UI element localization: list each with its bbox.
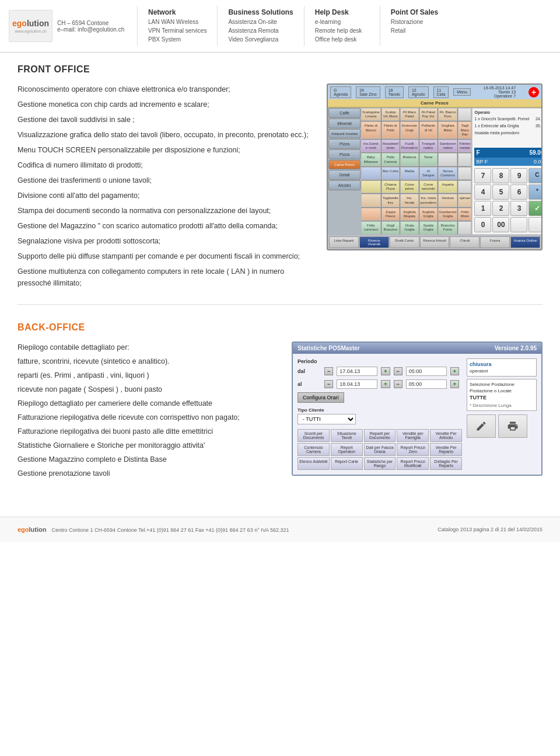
pos-num-confirm[interactable]: ✓	[528, 201, 542, 216]
pos-item-26[interactable]: Ben Cotta	[382, 167, 400, 180]
pos-item-42[interactable]: spinaci	[458, 194, 471, 207]
pos-num-1[interactable]: 1	[474, 201, 491, 216]
bo-to-time-plus[interactable]: +	[450, 380, 459, 388]
pos-item-38[interactable]: Tagliatelle frec	[382, 194, 400, 207]
pos-item-14[interactable]: Roastbeef tartar	[382, 140, 400, 152]
bo-to-minus[interactable]: −	[324, 380, 333, 388]
pos-btn-dividi[interactable]: Dividi Conto	[390, 236, 419, 248]
pos-cat-carne[interactable]: Carne Pesce	[328, 160, 360, 169]
pos-item-5[interactable]: Flt. Bianco Puro	[438, 108, 458, 121]
pos-cat-pizza2[interactable]: Pizza	[328, 149, 360, 159]
pos-item-10[interactable]: Polllarde di Vit	[419, 121, 438, 139]
pos-item-51[interactable]: Orata Griglia	[400, 221, 419, 234]
pos-item-8[interactable]: Filetto di Pollo	[382, 121, 400, 139]
pos-num-4[interactable]: 4	[474, 184, 491, 200]
pos-cat-pizza[interactable]: Pizza	[328, 139, 360, 149]
pos-item-43[interactable]	[361, 208, 381, 221]
pos-item-40[interactable]: Ins. mista pomodoro	[419, 194, 438, 207]
bo-btn-report-mod[interactable]: Report Prezzi Modificati	[397, 457, 429, 470]
pos-item-39[interactable]: Ins. Vende	[400, 194, 419, 207]
pos-item-6[interactable]	[458, 108, 471, 121]
pos-num-6[interactable]: 6	[510, 184, 527, 200]
pos-num-star[interactable]: *	[528, 184, 542, 200]
bo-from-date[interactable]: 17.04.13	[337, 367, 377, 376]
pos-cat-alcolici[interactable]: Alcolici	[328, 180, 360, 190]
bo-btn-dettaglio[interactable]: Dettaglio Per Reparto	[430, 457, 462, 470]
pos-cat-minerali[interactable]: Minerali	[328, 119, 360, 128]
pos-item-4[interactable]: Flt Paled Pop Vor	[419, 108, 438, 121]
pos-item-2[interactable]: Scalop Vin Blanc	[382, 108, 400, 121]
pos-item-45[interactable]: Sogliola Mugata	[400, 208, 419, 221]
bo-to-time[interactable]: 05:00	[406, 379, 447, 389]
pos-btn-chiudi[interactable]: Chiudi	[450, 236, 480, 248]
bo-from-plus[interactable]: +	[381, 367, 390, 375]
bo-icon-btn-1[interactable]	[467, 414, 496, 438]
pos-item-15[interactable]: Fusilli Pomodoro	[400, 140, 419, 152]
pos-num-3[interactable]: 3	[510, 201, 527, 216]
pos-num-c[interactable]: C	[528, 168, 542, 183]
pos-num-8[interactable]: 8	[492, 168, 509, 183]
bo-from-time-minus[interactable]: −	[394, 367, 402, 375]
bo-btn-report-prezzi[interactable]: Report Prezzi Zero	[397, 443, 429, 456]
pos-item-52[interactable]: Spada Griglia	[419, 221, 438, 234]
bo-btn-sconti[interactable]: Sconti per Documento	[298, 429, 330, 442]
bo-btn-vendite-art[interactable]: Vendite Per Articolo	[430, 429, 462, 442]
bo-btn-situazione[interactable]: Situazione Tavoli	[331, 429, 363, 442]
pos-item-16[interactable]: Triangoli radice	[419, 140, 438, 152]
bo-from-time-plus[interactable]: +	[450, 367, 459, 375]
pos-item-18[interactable]: Filettini malale	[458, 140, 471, 152]
pos-item-33[interactable]: Come primo	[400, 180, 419, 193]
pos-item-49[interactable]: Fritto communi	[361, 221, 381, 234]
bo-btn-reparti[interactable]: Reparti per Documento	[364, 429, 396, 442]
bo-client-dropdown[interactable]: - TUTTI	[298, 414, 356, 424]
pos-num-empty2[interactable]	[528, 217, 542, 232]
bo-from-minus[interactable]: −	[324, 367, 333, 375]
pos-btn-lista[interactable]: Lista Reparti	[329, 236, 359, 248]
pos-item-30[interactable]	[458, 167, 471, 180]
pos-btn-avanza[interactable]: Avanza Ordine	[510, 236, 540, 248]
bo-to-time-minus[interactable]: −	[394, 380, 402, 388]
bo-btn-stat-rango[interactable]: Statistiche per Rango	[364, 457, 396, 470]
pos-item-47[interactable]: Gamberoni Griglia	[438, 208, 458, 221]
pos-item-24[interactable]	[458, 153, 471, 166]
pos-item-35[interactable]: Aspetta	[438, 180, 458, 193]
bo-to-date[interactable]: 18.04.13	[337, 379, 377, 389]
bo-btn-report-carte[interactable]: Report Carte	[331, 457, 363, 470]
pos-item-54[interactable]	[458, 221, 471, 234]
pos-item-23[interactable]	[438, 153, 458, 166]
pos-item-27[interactable]: Media	[400, 167, 419, 180]
pos-cat-gelati[interactable]: Gelati	[328, 170, 360, 180]
pos-item-37[interactable]	[361, 194, 381, 207]
pos-item-20[interactable]: Pollo Camicie	[382, 153, 400, 166]
pos-num-5[interactable]: 5	[492, 184, 509, 200]
pos-num-empty1[interactable]	[510, 217, 527, 232]
pos-item-12[interactable]: Tagli Manz Rac	[458, 121, 471, 139]
pos-item-41[interactable]: Verdure	[438, 194, 458, 207]
pos-item-46[interactable]: Sogliola Griglia	[419, 208, 438, 221]
pos-item-48[interactable]: Fritto Misto	[458, 208, 471, 221]
pos-item-25[interactable]	[361, 167, 381, 180]
pos-num-0[interactable]: 0	[474, 217, 491, 232]
pos-num-00[interactable]: 00	[492, 217, 509, 232]
bo-configure-btn[interactable]: Configura Orari	[298, 392, 344, 403]
pos-btn-ricerca2[interactable]: Ricerca Articoli	[420, 236, 450, 248]
bo-btn-contenuto[interactable]: Contenuto Camera	[298, 443, 330, 456]
pos-item-34[interactable]: Come secondo	[419, 180, 438, 193]
pos-item-31[interactable]	[361, 180, 381, 193]
pos-item-32[interactable]: Chiama Pizza	[382, 180, 400, 193]
bo-btn-vendite-rep[interactable]: Vendite Per Reparto	[430, 443, 462, 456]
pos-num-7[interactable]: 7	[474, 168, 491, 183]
bo-btn-dati-fascia[interactable]: Dati per Fascia Oraria	[364, 443, 396, 456]
pos-item-50[interactable]: Grigli Branzino	[382, 221, 400, 234]
bo-icon-btn-2[interactable]	[498, 414, 527, 438]
pos-item-9[interactable]: Entrecote Grigli	[400, 121, 419, 139]
pos-item-11[interactable]: Grigliata Mista	[438, 121, 458, 139]
pos-item-29[interactable]: Senza Contorno	[438, 167, 458, 180]
bo-btn-elenco[interactable]: Elenco Addebiti	[298, 457, 330, 470]
pos-item-3[interactable]: Flt Manz Paled	[400, 108, 419, 121]
pos-btn-ricerca[interactable]: Ricerca Vivande	[359, 236, 389, 248]
pos-item-13[interactable]: Ins.Gamb e credi	[361, 140, 381, 152]
pos-item-28[interactable]: Al Sangue	[419, 167, 438, 180]
bo-from-time[interactable]: 05:00	[406, 367, 447, 376]
pos-num-9[interactable]: 9	[510, 168, 527, 183]
